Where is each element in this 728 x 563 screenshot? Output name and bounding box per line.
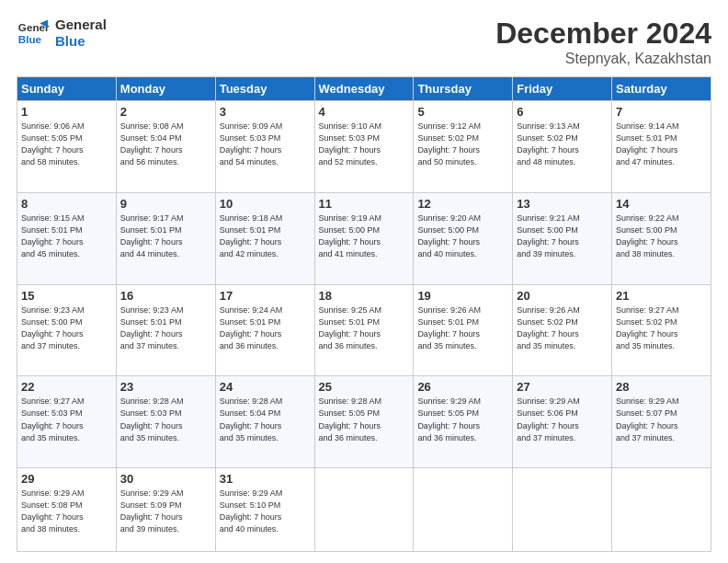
day-info: Sunrise: 9:26 AM Sunset: 5:02 PM Dayligh…	[517, 304, 608, 352]
day-number: 31	[220, 472, 311, 486]
calendar-cell: 6Sunrise: 9:13 AM Sunset: 5:02 PM Daylig…	[513, 101, 612, 193]
calendar-cell: 26Sunrise: 9:29 AM Sunset: 5:05 PM Dayli…	[414, 376, 513, 468]
page: General Blue General Blue December 2024 …	[0, 0, 728, 563]
calendar-cell: 5Sunrise: 9:12 AM Sunset: 5:02 PM Daylig…	[414, 101, 513, 193]
svg-text:Blue: Blue	[18, 33, 42, 45]
calendar-cell: 8Sunrise: 9:15 AM Sunset: 5:01 PM Daylig…	[17, 192, 117, 284]
day-number: 20	[517, 289, 608, 303]
day-number: 25	[319, 380, 410, 394]
calendar-cell: 9Sunrise: 9:17 AM Sunset: 5:01 PM Daylig…	[116, 192, 215, 284]
day-info: Sunrise: 9:27 AM Sunset: 5:03 PM Dayligh…	[21, 396, 112, 443]
logo: General Blue General Blue	[17, 17, 107, 50]
day-number: 18	[319, 289, 410, 303]
day-number: 29	[21, 472, 112, 486]
calendar-cell	[414, 468, 513, 552]
day-info: Sunrise: 9:29 AM Sunset: 5:08 PM Dayligh…	[21, 488, 112, 535]
day-info: Sunrise: 9:26 AM Sunset: 5:01 PM Dayligh…	[417, 304, 508, 352]
day-number: 1	[21, 105, 112, 119]
day-number: 22	[21, 380, 112, 394]
calendar-cell: 3Sunrise: 9:09 AM Sunset: 5:03 PM Daylig…	[215, 101, 314, 193]
day-info: Sunrise: 9:28 AM Sunset: 5:04 PM Dayligh…	[220, 396, 311, 443]
calendar-cell: 11Sunrise: 9:19 AM Sunset: 5:00 PM Dayli…	[314, 192, 414, 284]
day-number: 12	[417, 197, 508, 211]
day-number: 7	[616, 105, 707, 119]
day-info: Sunrise: 9:23 AM Sunset: 5:01 PM Dayligh…	[120, 304, 211, 352]
day-number: 23	[120, 380, 211, 394]
day-number: 5	[417, 105, 508, 119]
day-info: Sunrise: 9:19 AM Sunset: 5:00 PM Dayligh…	[319, 213, 410, 260]
calendar-cell: 22Sunrise: 9:27 AM Sunset: 5:03 PM Dayli…	[17, 376, 117, 468]
calendar-cell: 28Sunrise: 9:29 AM Sunset: 5:07 PM Dayli…	[612, 376, 711, 468]
day-info: Sunrise: 9:25 AM Sunset: 5:01 PM Dayligh…	[319, 304, 410, 352]
day-info: Sunrise: 9:17 AM Sunset: 5:01 PM Dayligh…	[120, 213, 211, 260]
calendar-cell: 21Sunrise: 9:27 AM Sunset: 5:02 PM Dayli…	[612, 284, 711, 376]
day-info: Sunrise: 9:23 AM Sunset: 5:00 PM Dayligh…	[21, 304, 112, 352]
day-number: 30	[120, 472, 211, 486]
calendar-cell: 30Sunrise: 9:29 AM Sunset: 5:09 PM Dayli…	[116, 468, 215, 552]
calendar-cell: 25Sunrise: 9:28 AM Sunset: 5:05 PM Dayli…	[314, 376, 414, 468]
header: General Blue General Blue December 2024 …	[17, 17, 711, 67]
calendar-cell: 17Sunrise: 9:24 AM Sunset: 5:01 PM Dayli…	[215, 284, 314, 376]
day-info: Sunrise: 9:27 AM Sunset: 5:02 PM Dayligh…	[616, 304, 707, 352]
calendar-cell: 31Sunrise: 9:29 AM Sunset: 5:10 PM Dayli…	[215, 468, 314, 552]
day-header-monday: Monday	[116, 77, 215, 101]
day-number: 27	[517, 380, 608, 394]
day-info: Sunrise: 9:06 AM Sunset: 5:05 PM Dayligh…	[21, 121, 112, 168]
calendar-cell: 20Sunrise: 9:26 AM Sunset: 5:02 PM Dayli…	[513, 284, 612, 376]
logo-line2: Blue	[55, 33, 85, 50]
day-info: Sunrise: 9:12 AM Sunset: 5:02 PM Dayligh…	[417, 121, 508, 168]
calendar-cell: 1Sunrise: 9:06 AM Sunset: 5:05 PM Daylig…	[17, 101, 117, 193]
logo-icon: General Blue	[17, 17, 50, 50]
calendar-week-5: 29Sunrise: 9:29 AM Sunset: 5:08 PM Dayli…	[17, 468, 711, 552]
subtitle: Stepnyak, Kazakhstan	[495, 51, 711, 67]
calendar-cell: 4Sunrise: 9:10 AM Sunset: 5:03 PM Daylig…	[314, 101, 414, 193]
day-info: Sunrise: 9:22 AM Sunset: 5:00 PM Dayligh…	[616, 213, 707, 260]
calendar-cell: 19Sunrise: 9:26 AM Sunset: 5:01 PM Dayli…	[414, 284, 513, 376]
day-info: Sunrise: 9:09 AM Sunset: 5:03 PM Dayligh…	[220, 121, 311, 168]
day-number: 17	[220, 289, 311, 303]
calendar-cell: 7Sunrise: 9:14 AM Sunset: 5:01 PM Daylig…	[612, 101, 711, 193]
day-number: 9	[120, 197, 211, 211]
calendar-header-row: SundayMondayTuesdayWednesdayThursdayFrid…	[17, 77, 711, 101]
day-info: Sunrise: 9:15 AM Sunset: 5:01 PM Dayligh…	[21, 213, 112, 260]
day-header-wednesday: Wednesday	[314, 77, 414, 101]
calendar-cell: 27Sunrise: 9:29 AM Sunset: 5:06 PM Dayli…	[513, 376, 612, 468]
calendar-cell: 24Sunrise: 9:28 AM Sunset: 5:04 PM Dayli…	[215, 376, 314, 468]
day-header-saturday: Saturday	[612, 77, 711, 101]
month-title: December 2024	[495, 17, 711, 51]
calendar-cell: 16Sunrise: 9:23 AM Sunset: 5:01 PM Dayli…	[116, 284, 215, 376]
day-number: 16	[120, 289, 211, 303]
day-info: Sunrise: 9:29 AM Sunset: 5:07 PM Dayligh…	[616, 396, 707, 443]
day-info: Sunrise: 9:29 AM Sunset: 5:05 PM Dayligh…	[417, 396, 508, 443]
day-info: Sunrise: 9:28 AM Sunset: 5:05 PM Dayligh…	[319, 396, 410, 443]
day-info: Sunrise: 9:29 AM Sunset: 5:06 PM Dayligh…	[517, 396, 608, 443]
day-info: Sunrise: 9:10 AM Sunset: 5:03 PM Dayligh…	[319, 121, 410, 168]
day-info: Sunrise: 9:21 AM Sunset: 5:00 PM Dayligh…	[517, 213, 608, 260]
day-number: 8	[21, 197, 112, 211]
calendar-cell: 23Sunrise: 9:28 AM Sunset: 5:03 PM Dayli…	[116, 376, 215, 468]
day-header-tuesday: Tuesday	[215, 77, 314, 101]
day-info: Sunrise: 9:18 AM Sunset: 5:01 PM Dayligh…	[220, 213, 311, 260]
calendar-week-4: 22Sunrise: 9:27 AM Sunset: 5:03 PM Dayli…	[17, 376, 711, 468]
day-number: 28	[616, 380, 707, 394]
day-info: Sunrise: 9:08 AM Sunset: 5:04 PM Dayligh…	[120, 121, 211, 168]
day-header-friday: Friday	[513, 77, 612, 101]
calendar-cell: 29Sunrise: 9:29 AM Sunset: 5:08 PM Dayli…	[17, 468, 117, 552]
day-info: Sunrise: 9:13 AM Sunset: 5:02 PM Dayligh…	[517, 121, 608, 168]
day-number: 14	[616, 197, 707, 211]
day-number: 21	[616, 289, 707, 303]
day-number: 24	[220, 380, 311, 394]
calendar-cell: 12Sunrise: 9:20 AM Sunset: 5:00 PM Dayli…	[414, 192, 513, 284]
day-info: Sunrise: 9:24 AM Sunset: 5:01 PM Dayligh…	[220, 304, 311, 352]
day-number: 19	[417, 289, 508, 303]
calendar-cell: 15Sunrise: 9:23 AM Sunset: 5:00 PM Dayli…	[17, 284, 117, 376]
day-info: Sunrise: 9:29 AM Sunset: 5:09 PM Dayligh…	[120, 488, 211, 535]
day-number: 13	[517, 197, 608, 211]
day-number: 4	[319, 105, 410, 119]
day-header-sunday: Sunday	[17, 77, 117, 101]
calendar-week-2: 8Sunrise: 9:15 AM Sunset: 5:01 PM Daylig…	[17, 192, 711, 284]
day-number: 3	[220, 105, 311, 119]
logo-line1: General	[55, 17, 107, 33]
calendar-cell: 2Sunrise: 9:08 AM Sunset: 5:04 PM Daylig…	[116, 101, 215, 193]
calendar-cell	[612, 468, 711, 552]
